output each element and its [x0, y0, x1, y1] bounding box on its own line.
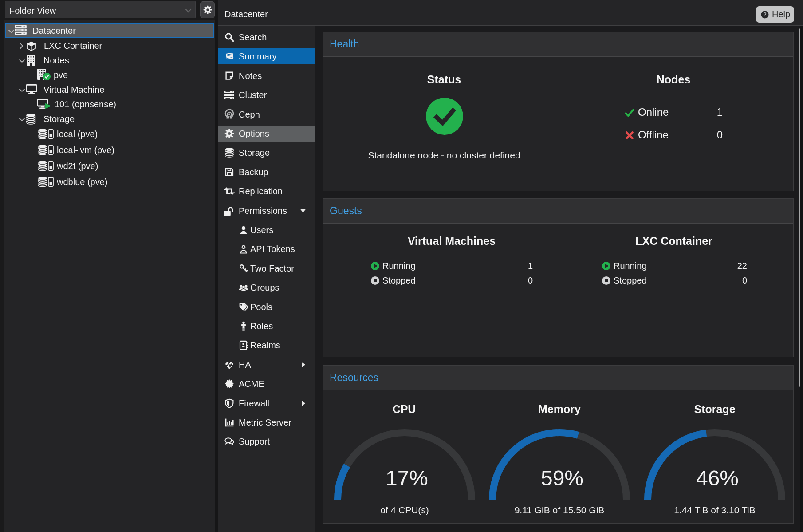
svg-text:?: ?: [763, 12, 767, 18]
